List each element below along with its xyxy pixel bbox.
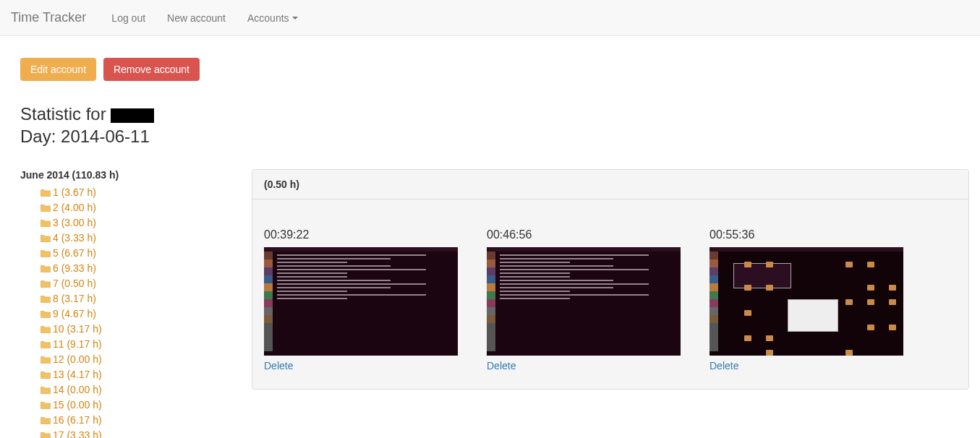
day-item: 8 (3.17 h) xyxy=(41,291,230,306)
day-link[interactable]: 1 (3.67 h) xyxy=(53,185,96,200)
title-day-label: Day: xyxy=(20,126,56,146)
day-item: 5 (6.67 h) xyxy=(41,246,230,261)
month-label: June 2014 (110.83 h) xyxy=(20,169,230,181)
folder-icon xyxy=(41,325,51,333)
page-title: Statistic for Day: 2014-06-11 xyxy=(20,103,969,147)
day-item: 9 (4.67 h) xyxy=(41,306,230,322)
folder-icon xyxy=(41,310,51,318)
folder-icon xyxy=(41,371,51,379)
folder-icon xyxy=(41,219,51,227)
day-item: 13 (4.17 h) xyxy=(41,367,230,382)
screenshot-row: 00:39:22Delete00:46:56Delete00:55:36Dele… xyxy=(252,199,968,389)
day-link[interactable]: 17 (3.33 h) xyxy=(53,428,102,438)
folder-icon xyxy=(41,401,51,409)
day-item: 14 (0.00 h) xyxy=(41,382,230,398)
nav-new-account[interactable]: New account xyxy=(156,12,237,24)
day-link[interactable]: 2 (4.00 h) xyxy=(53,200,96,215)
main-content: (0.50 h) 00:39:22Delete00:46:56Delete00:… xyxy=(252,169,969,390)
folder-icon xyxy=(41,189,51,197)
day-item: 11 (9.17 h) xyxy=(41,337,230,352)
edit-account-button[interactable]: Edit account xyxy=(20,58,96,81)
day-item: 4 (3.33 h) xyxy=(41,231,230,246)
folder-icon xyxy=(41,265,51,272)
day-list: 1 (3.67 h)2 (4.00 h)3 (3.00 h)4 (3.33 h)… xyxy=(20,185,230,438)
day-item: 16 (6.17 h) xyxy=(41,413,230,428)
account-actions: Edit account Remove account xyxy=(20,58,969,81)
day-item: 1 (3.67 h) xyxy=(41,185,230,200)
screenshot-time: 00:46:56 xyxy=(487,228,681,241)
navbar: Time Tracker Log out New account Account… xyxy=(0,0,980,36)
folder-icon xyxy=(41,386,51,394)
brand-link[interactable]: Time Tracker xyxy=(11,10,101,25)
panel-header: (0.50 h) xyxy=(252,170,968,199)
folder-icon xyxy=(41,340,51,348)
day-link[interactable]: 9 (4.67 h) xyxy=(53,306,96,322)
day-item: 7 (0.50 h) xyxy=(41,276,230,291)
day-link[interactable]: 10 (3.17 h) xyxy=(53,322,102,337)
screenshot-time: 00:39:22 xyxy=(264,228,458,241)
day-link[interactable]: 12 (0.00 h) xyxy=(53,352,102,367)
day-link[interactable]: 15 (0.00 h) xyxy=(53,398,102,413)
title-day-value: 2014-06-11 xyxy=(61,126,150,146)
screenshot-time: 00:55:36 xyxy=(710,228,903,241)
day-link[interactable]: 13 (4.17 h) xyxy=(53,367,102,382)
nav-accounts-label: Accounts xyxy=(247,12,289,24)
folder-icon xyxy=(41,356,51,364)
day-link[interactable]: 6 (9.33 h) xyxy=(53,261,96,276)
folder-icon xyxy=(41,234,51,242)
screenshot-card: 00:55:36Delete xyxy=(710,228,903,372)
day-item: 15 (0.00 h) xyxy=(41,398,230,413)
day-item: 12 (0.00 h) xyxy=(41,352,230,367)
day-item: 10 (3.17 h) xyxy=(41,322,230,337)
folder-icon xyxy=(41,416,51,424)
folder-icon xyxy=(41,295,51,303)
day-link[interactable]: 16 (6.17 h) xyxy=(53,413,102,428)
delete-link[interactable]: Delete xyxy=(487,360,681,372)
nav-accounts-dropdown[interactable]: Accounts xyxy=(237,12,309,24)
folder-icon xyxy=(41,249,51,257)
day-item: 3 (3.00 h) xyxy=(41,215,230,231)
day-item: 6 (9.33 h) xyxy=(41,261,230,276)
day-link[interactable]: 3 (3.00 h) xyxy=(53,215,96,231)
redacted-name xyxy=(111,108,154,123)
nav-logout[interactable]: Log out xyxy=(101,12,156,24)
day-link[interactable]: 11 (9.17 h) xyxy=(53,337,102,352)
day-link[interactable]: 14 (0.00 h) xyxy=(53,382,102,398)
remove-account-button[interactable]: Remove account xyxy=(103,58,200,81)
sidebar: June 2014 (110.83 h) 1 (3.67 h)2 (4.00 h… xyxy=(20,169,230,438)
screenshot-thumbnail[interactable] xyxy=(487,247,681,356)
title-prefix: Statistic for xyxy=(20,104,106,124)
day-item: 17 (3.33 h) xyxy=(41,428,230,438)
day-item: 2 (4.00 h) xyxy=(41,200,230,215)
screenshot-thumbnail[interactable] xyxy=(264,247,458,356)
folder-icon xyxy=(41,431,51,438)
caret-down-icon xyxy=(292,17,298,20)
screenshot-thumbnail[interactable] xyxy=(710,247,903,356)
screenshot-card: 00:39:22Delete xyxy=(264,228,458,372)
day-link[interactable]: 4 (3.33 h) xyxy=(53,231,96,246)
day-link[interactable]: 7 (0.50 h) xyxy=(53,276,96,291)
delete-link[interactable]: Delete xyxy=(710,360,903,372)
delete-link[interactable]: Delete xyxy=(264,360,458,372)
folder-icon xyxy=(41,204,51,212)
screenshot-card: 00:46:56Delete xyxy=(487,228,681,372)
day-link[interactable]: 8 (3.17 h) xyxy=(53,291,96,306)
folder-icon xyxy=(41,280,51,288)
session-panel: (0.50 h) 00:39:22Delete00:46:56Delete00:… xyxy=(252,169,969,390)
day-link[interactable]: 5 (6.67 h) xyxy=(53,246,96,261)
